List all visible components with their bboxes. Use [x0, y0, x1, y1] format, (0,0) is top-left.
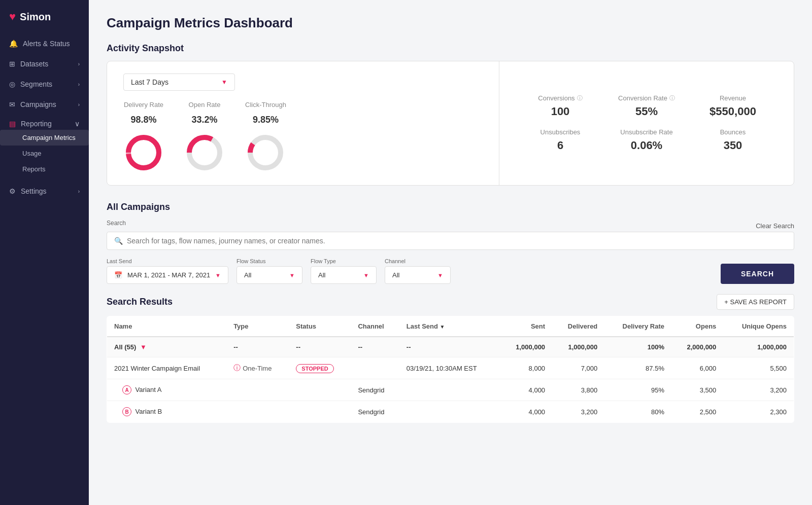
time-filter-value: Last 7 Days [131, 78, 168, 86]
save-report-button[interactable]: + SAVE AS REPORT [717, 294, 794, 310]
delivery-rate-chart [123, 132, 164, 173]
app-logo[interactable]: ♥ Simon [0, 0, 89, 33]
open-rate-chart [184, 132, 225, 173]
delivery-rate-donut: Delivery Rate 98.8% [123, 101, 164, 173]
segments-icon: ◎ [9, 80, 15, 88]
search-results-title: Search Results [107, 297, 173, 307]
sidebar-item-label: Alerts & Status [23, 40, 70, 48]
sidebar-item-settings[interactable]: ⚙ Settings › [0, 181, 89, 201]
page-title: Campaign Metrics Dashboard [107, 15, 794, 31]
sidebar-item-usage[interactable]: Usage [0, 146, 89, 161]
col-sent: Sent [500, 316, 552, 337]
bell-icon: 🔔 [9, 40, 18, 48]
sidebar-item-campaigns[interactable]: ✉ Campaigns › [0, 94, 89, 115]
results-table: Name Type Status Channel Last Send ▼ Sen… [107, 316, 794, 423]
col-type: Type [226, 316, 289, 337]
variant-b-last-send [399, 401, 500, 423]
variant-a-unique-opens: 3,200 [723, 379, 794, 401]
campaign-channel [351, 357, 399, 379]
variant-b-name: B Variant B [107, 401, 227, 423]
flow-type-select[interactable]: All ▼ [311, 266, 377, 284]
all-row-unique-opens: 1,000,000 [723, 337, 794, 357]
sidebar-item-campaign-metrics[interactable]: Campaign Metrics [0, 130, 89, 146]
dropdown-arrow-icon: ▼ [221, 79, 227, 86]
chevron-right-icon: › [78, 61, 80, 67]
last-send-select[interactable]: 📅 MAR 1, 2021 - MAR 7, 2021 ▼ [107, 266, 228, 284]
search-input[interactable] [127, 237, 787, 245]
activity-snapshot-title: Activity Snapshot [107, 43, 794, 54]
search-icon: 🔍 [114, 237, 123, 245]
dropdown-arrow-icon: ▼ [289, 272, 295, 278]
col-name: Name [107, 316, 227, 337]
click-through-value: 9.85% [253, 115, 279, 125]
col-opens: Opens [671, 316, 723, 337]
app-name: Simon [20, 11, 51, 23]
sidebar-item-reports[interactable]: Reports [0, 161, 89, 177]
dropdown-arrow-icon: ▼ [140, 343, 147, 351]
filters-row: Last Send 📅 MAR 1, 2021 - MAR 7, 2021 ▼ … [107, 258, 794, 284]
search-button[interactable]: SEARCH [721, 264, 794, 284]
all-row-last-send: -- [399, 337, 500, 357]
main-content: Campaign Metrics Dashboard Activity Snap… [89, 0, 812, 505]
flow-status-select[interactable]: All ▼ [236, 266, 302, 284]
open-rate-label: Open Rate [189, 101, 221, 109]
clear-search-link[interactable]: Clear Search [756, 222, 794, 230]
col-status: Status [289, 316, 351, 337]
campaign-delivered: 7,000 [552, 357, 604, 379]
col-last-send[interactable]: Last Send ▼ [399, 316, 500, 337]
snapshot-left: Last 7 Days ▼ Delivery Rate 98.8% Open R… [107, 61, 499, 185]
channel-label: Channel [385, 258, 451, 264]
sidebar-item-datasets[interactable]: ⊞ Datasets › [0, 54, 89, 74]
sidebar-item-segments[interactable]: ◎ Segments › [0, 74, 89, 94]
campaign-last-send: 03/19/21, 10:30AM EST [399, 357, 500, 379]
variant-b-opens: 2,500 [671, 401, 723, 423]
variant-b-unique-opens: 2,300 [723, 401, 794, 423]
sidebar-item-reporting[interactable]: ▤ Reporting ∨ [0, 115, 89, 130]
table-row-variant-a: A Variant A Sendgrid 4,000 3,800 95% 3,5… [107, 379, 794, 401]
col-delivery-rate: Delivery Rate [604, 316, 671, 337]
sidebar-item-label: Datasets [20, 60, 48, 68]
variant-a-icon: A [122, 385, 131, 394]
sidebar-item-alerts[interactable]: 🔔 Alerts & Status [0, 33, 89, 54]
search-label: Search [107, 220, 126, 227]
settings-icon: ⚙ [9, 187, 16, 195]
campaign-opens: 6,000 [671, 357, 723, 379]
unsubscribes-value: 6 [557, 139, 563, 152]
info-icon: ⓘ [669, 94, 675, 102]
col-unique-opens: Unique Opens [723, 316, 794, 337]
sidebar-item-label: Settings [21, 187, 47, 195]
chevron-right-icon: › [78, 82, 80, 87]
dropdown-arrow-icon: ▼ [215, 272, 221, 278]
all-row-sent: 1,000,000 [500, 337, 552, 357]
channel-select[interactable]: All ▼ [385, 266, 451, 284]
open-rate-value: 33.2% [191, 115, 217, 125]
flow-status-filter: Flow Status All ▼ [236, 258, 302, 284]
col-delivered: Delivered [552, 316, 604, 337]
campaigns-icon: ✉ [9, 100, 15, 109]
variant-b-delivered: 3,200 [552, 401, 604, 423]
datasets-icon: ⊞ [9, 60, 15, 68]
variant-a-delivered: 3,800 [552, 379, 604, 401]
col-channel: Channel [351, 316, 399, 337]
sidebar-item-label: Segments [20, 80, 52, 88]
variant-a-sent: 4,000 [500, 379, 552, 401]
table-row-variant-b: B Variant B Sendgrid 4,000 3,200 80% 2,5… [107, 401, 794, 423]
all-campaigns-title: All Campaigns [107, 202, 794, 212]
variant-a-channel: Sendgrid [351, 379, 399, 401]
delivery-rate-value: 98.8% [130, 115, 156, 125]
flow-status-value: All [244, 271, 251, 279]
metric-conversions: Conversions ⓘ 100 [520, 94, 601, 118]
flow-type-filter: Flow Type All ▼ [311, 258, 377, 284]
click-through-donut: Click-Through 9.85% [245, 101, 286, 173]
flow-status-label: Flow Status [236, 258, 302, 264]
time-filter-select[interactable]: Last 7 Days ▼ [123, 74, 235, 91]
sort-arrow-icon: ▼ [440, 324, 445, 330]
all-row-opens: 2,000,000 [671, 337, 723, 357]
delivery-rate-label: Delivery Rate [124, 101, 163, 109]
open-rate-donut: Open Rate 33.2% [184, 101, 225, 173]
metric-conversion-rate: Conversion Rate ⓘ 55% [606, 94, 687, 118]
table-row-all: All (55) ▼ -- -- -- -- 1,000,000 1,000,0… [107, 337, 794, 357]
variant-b-channel: Sendgrid [351, 401, 399, 423]
conversion-rate-value: 55% [635, 105, 658, 118]
svg-point-1 [128, 137, 159, 168]
